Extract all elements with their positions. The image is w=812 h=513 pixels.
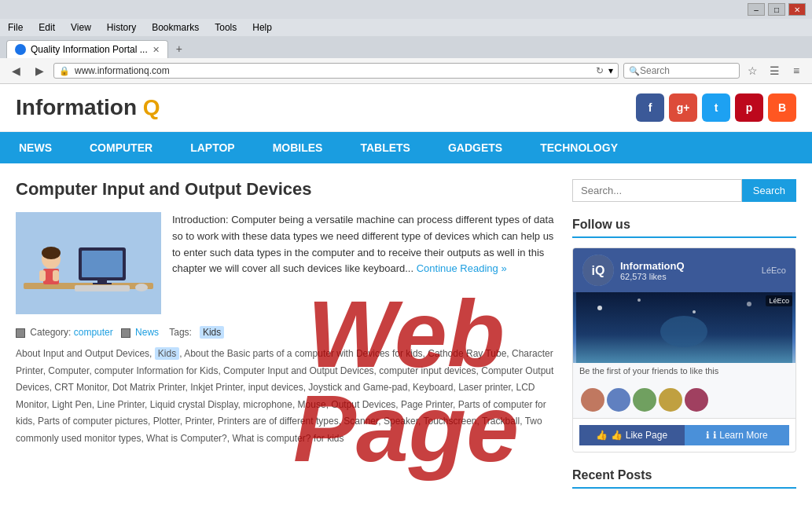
menu-view[interactable]: View: [66, 20, 96, 35]
article-title: Computer Input and Output Devices: [16, 179, 557, 200]
svg-point-18: [693, 310, 696, 313]
fb-learn-button[interactable]: ℹ ℹ Learn More: [685, 425, 790, 445]
svg-point-16: [597, 306, 602, 310]
nav-computer[interactable]: COMPUTER: [71, 132, 171, 163]
close-button[interactable]: ✕: [788, 3, 806, 16]
fb-page-likes: 62,573 likes: [620, 272, 685, 281]
site-content: Computer Input and Output Devices: [0, 163, 812, 504]
continue-reading-link[interactable]: Continue Reading »: [417, 262, 507, 274]
nav-tablets[interactable]: TABLETS: [341, 132, 429, 163]
dropdown-icon[interactable]: ▾: [608, 65, 613, 76]
site-header: Information Q f g+ t p B: [0, 84, 812, 132]
sidebar: Search Follow us iQ: [572, 179, 796, 489]
social-icons: f g+ t p B: [636, 93, 796, 122]
article-text: Introduction: Computer being a versatile…: [172, 212, 557, 314]
new-tab-button[interactable]: +: [170, 39, 189, 58]
menu-bar: File Edit View History Bookmarks Tools H…: [0, 19, 812, 36]
fb-widget-info: InformationQ 62,573 likes: [620, 260, 685, 281]
nav-right-controls: 🔍 ☆ ☰ ≡: [623, 61, 806, 80]
svg-text:iQ: iQ: [592, 264, 605, 277]
nav-news[interactable]: NEWS: [0, 132, 71, 163]
nav-laptop[interactable]: LAPTOP: [171, 132, 254, 163]
fb-face-2: [607, 388, 630, 412]
article-illustration: [16, 212, 161, 314]
nav-mobiles[interactable]: MOBILES: [254, 132, 342, 163]
svg-point-7: [135, 284, 148, 291]
news-link[interactable]: News: [135, 327, 159, 338]
social-blogger-button[interactable]: B: [768, 93, 796, 122]
nav-gadgets[interactable]: GADGETS: [429, 132, 521, 163]
maximize-button[interactable]: □: [768, 3, 785, 16]
reader-mode-icon[interactable]: ☰: [765, 61, 784, 80]
nav-technology[interactable]: TECHNOLOGY: [521, 132, 637, 163]
fb-face-1: [581, 388, 604, 412]
menu-help[interactable]: Help: [248, 20, 277, 35]
sidebar-search-container: Search: [572, 179, 796, 202]
svg-point-20: [660, 316, 707, 347]
news-icon: [121, 328, 130, 338]
fb-friend-faces: [573, 382, 795, 418]
article-image-inner: [16, 212, 161, 314]
svg-rect-6: [75, 285, 130, 291]
nav-bar: ◀ ▶ 🔒 ↻ ▾ 🔍 ☆ ☰ ≡: [0, 58, 812, 84]
svg-point-17: [637, 299, 641, 302]
recent-posts-title: Recent Posts: [572, 468, 796, 489]
fb-avatar-icon: iQ: [582, 255, 614, 286]
category-icon: [16, 328, 25, 338]
site-nav: NEWS COMPUTER LAPTOP MOBILES TABLETS GAD…: [0, 132, 812, 163]
le-eco-badge: LéEco: [762, 266, 786, 275]
fb-cover-image: LéEco: [573, 292, 795, 363]
follow-us-title: Follow us: [572, 218, 796, 238]
menu-tools[interactable]: Tools: [210, 20, 241, 35]
social-facebook-button[interactable]: f: [636, 93, 664, 122]
bookmark-star-icon[interactable]: ☆: [743, 61, 762, 80]
logo-q: Q: [143, 95, 160, 119]
fb-face-5: [685, 388, 708, 412]
refresh-icon[interactable]: ↻: [596, 65, 604, 76]
tab-close-button[interactable]: ✕: [152, 45, 160, 55]
minimize-button[interactable]: –: [748, 3, 765, 16]
forward-button[interactable]: ▶: [30, 61, 49, 80]
address-bar: 🔒 ↻ ▾: [53, 63, 619, 79]
browser-menu-icon[interactable]: ≡: [787, 61, 806, 80]
menu-file[interactable]: File: [3, 20, 28, 35]
tab-favicon: [15, 44, 26, 55]
tab-label: Quality Information Portal ...: [31, 44, 148, 55]
fb-widget-actions: 👍 👍 Like Page ℹ ℹ Learn More: [573, 418, 795, 452]
facebook-widget: iQ InformationQ 62,573 likes LéEco LéEco: [572, 247, 796, 453]
fb-cover-svg: [573, 292, 795, 363]
category-link[interactable]: computer: [74, 327, 113, 338]
svg-rect-5: [93, 283, 112, 284]
social-twitter-button[interactable]: t: [702, 93, 730, 122]
fb-cover-logo: LéEco: [766, 295, 792, 306]
social-googleplus-button[interactable]: g+: [669, 93, 697, 122]
article-tags: About Input and Output Devices, Kids, Ab…: [16, 346, 557, 448]
social-pinterest-button[interactable]: p: [735, 93, 763, 122]
back-button[interactable]: ◀: [6, 61, 25, 80]
lock-icon: 🔒: [59, 66, 70, 76]
fb-widget-header: iQ InformationQ 62,573 likes LéEco: [573, 248, 795, 292]
fb-page-name: InformationQ: [620, 260, 685, 272]
tab-bar: Quality Information Portal ... ✕ +: [0, 36, 812, 58]
active-tab[interactable]: Quality Information Portal ... ✕: [6, 40, 168, 58]
search-icon: 🔍: [629, 66, 640, 76]
tags-label: Tags:: [169, 327, 192, 338]
fb-face-3: [633, 388, 656, 412]
menu-history[interactable]: History: [102, 20, 141, 35]
tag-kids: Kids: [155, 347, 179, 360]
url-input[interactable]: [75, 65, 591, 76]
tags-highlight-kids: Kids: [200, 326, 224, 339]
menu-bookmarks[interactable]: Bookmarks: [147, 20, 204, 35]
tags-text: About Input and Output Devices, Kids, Ab…: [16, 347, 553, 444]
svg-point-19: [747, 302, 751, 306]
svg-rect-3: [82, 251, 123, 277]
sidebar-search-input[interactable]: [572, 179, 742, 202]
category-label: Category:: [30, 327, 71, 338]
fb-like-button[interactable]: 👍 👍 Like Page: [579, 425, 685, 445]
follow-us-section: Follow us iQ InformationQ 6: [572, 218, 796, 453]
svg-point-12: [42, 247, 61, 259]
menu-edit[interactable]: Edit: [34, 20, 60, 35]
fb-friend-text: Be the first of your friends to like thi…: [573, 363, 795, 382]
browser-search-input[interactable]: [640, 65, 734, 76]
sidebar-search-button[interactable]: Search: [742, 179, 796, 202]
